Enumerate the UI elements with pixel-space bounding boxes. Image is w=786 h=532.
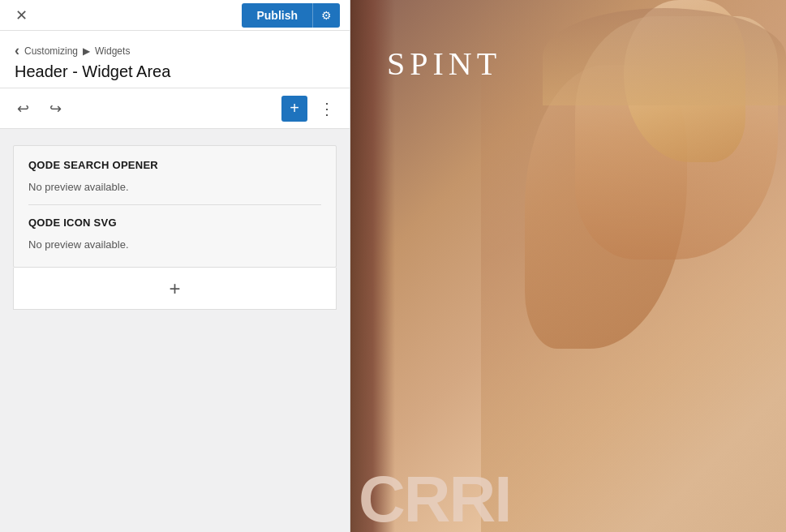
add-widget-button[interactable]: + [281,96,307,122]
page-title: Header - Widget Area [15,62,335,81]
more-options-button[interactable]: ⋮ [314,96,340,122]
breadcrumb-section: ‹ Customizing ▶ Widgets Header - Widget … [0,31,350,88]
close-icon: ✕ [15,6,28,24]
add-block-button[interactable]: + [169,277,180,300]
left-panel: ✕ Publish ⚙ ‹ Customizing ▶ Widgets Head… [0,0,350,532]
preview-bottom-text: CRRI [350,467,511,532]
widget-preview-1: No preview available. [28,181,321,193]
redo-button[interactable]: ↪ [42,96,68,122]
widget-title-2: QODE ICON SVG [28,217,321,229]
gear-icon: ⚙ [321,9,332,22]
widget-divider [28,204,321,205]
breadcrumb: ‹ Customizing ▶ Widgets [15,42,335,59]
settings-button[interactable]: ⚙ [312,3,340,28]
breadcrumb-separator: ▶ [83,45,90,57]
add-block[interactable]: + [13,268,337,310]
top-bar: ✕ Publish ⚙ [0,0,350,31]
close-button[interactable]: ✕ [10,4,32,27]
add-icon: + [290,99,299,118]
toolbar: ↩ ↪ + ⋮ [0,88,350,129]
breadcrumb-parent[interactable]: Customizing [24,45,78,57]
widget-card: QODE SEARCH OPENER No preview available.… [13,145,337,268]
widget-item-2: QODE ICON SVG No preview available. [28,217,321,251]
widget-title-1: QODE SEARCH OPENER [28,159,321,171]
widget-item-1: QODE SEARCH OPENER No preview available. [28,159,321,193]
back-arrow[interactable]: ‹ [15,42,19,59]
breadcrumb-current: Widgets [95,45,130,57]
publish-button[interactable]: Publish [242,3,312,28]
undo-icon: ↩ [17,100,29,118]
preview-figure [459,0,786,532]
redo-icon: ↪ [49,100,62,118]
preview-logo: SPINT [387,45,501,83]
right-panel-preview: SPINT CRRI [350,0,786,532]
ellipsis-icon: ⋮ [319,99,335,118]
publish-area: Publish ⚙ [242,3,340,28]
content-area: QODE SEARCH OPENER No preview available.… [0,129,350,532]
undo-button[interactable]: ↩ [10,96,36,122]
widget-preview-2: No preview available. [28,238,321,251]
